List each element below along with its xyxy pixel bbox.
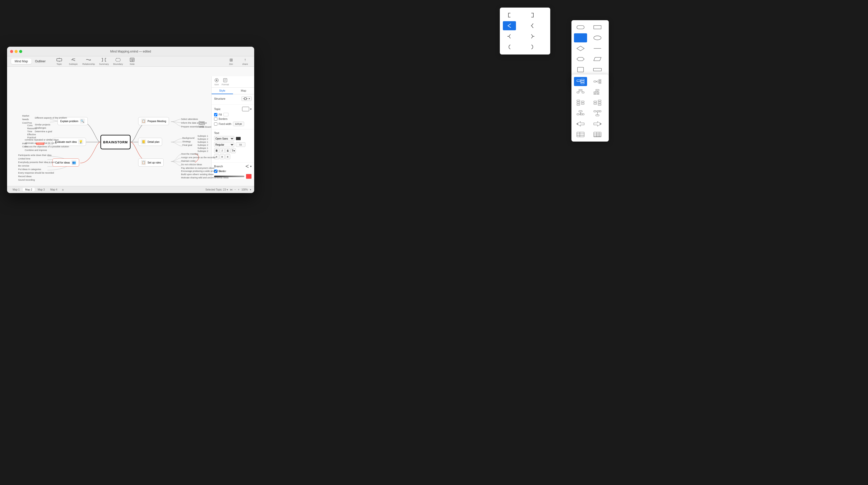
status-bar: Map 1 Map 2 Map 3 Map 4 + Selected Topic… <box>7 186 254 193</box>
zoom-level[interactable]: 100% <box>241 188 248 191</box>
arrows-left-shape[interactable] <box>574 119 587 129</box>
style-tab[interactable]: Style <box>212 88 233 94</box>
zen-label: Zen <box>229 63 233 65</box>
relationship-label: Relationship <box>83 63 95 65</box>
vbox2-shape[interactable] <box>591 88 604 97</box>
center-node[interactable]: BRAINSTORM <box>100 135 131 149</box>
structure-shape-grid <box>574 77 606 139</box>
canvas-area[interactable]: BRAINSTORM 📋 Prepare Meeting 📒 Detail pl… <box>7 67 254 186</box>
map4-tab[interactable]: Map 4 <box>48 188 60 192</box>
note-tool[interactable]: Note <box>127 57 137 65</box>
selected-topic-label: Selected Topic: 23 ▾ <box>205 188 228 191</box>
table2-shape[interactable] <box>591 130 604 139</box>
font-size-input[interactable] <box>236 142 245 147</box>
share-tool[interactable]: ↑ share <box>240 57 250 65</box>
italic-button[interactable]: I <box>220 148 225 153</box>
split1-shape[interactable] <box>574 98 587 107</box>
format-btns-row: B I S T▾ <box>214 148 252 153</box>
callideas-icon: 👥 <box>71 160 76 165</box>
curly-brace-shape[interactable] <box>526 21 539 30</box>
font-select[interactable]: Open Sans <box>214 136 234 141</box>
sub-soundrec: Sound recording <box>18 179 35 181</box>
subtopic-tool[interactable]: Subtopic <box>68 57 79 65</box>
topic-style-box[interactable] <box>242 107 249 111</box>
boundary-tool[interactable]: Boundary <box>113 57 123 65</box>
table1-shape[interactable] <box>574 130 587 139</box>
callideas-topic[interactable]: Call for ideas 👥 <box>53 159 79 167</box>
hbox-selected-shape[interactable] <box>574 77 587 86</box>
structure-select[interactable]: ▾ <box>241 96 252 101</box>
prepare-meeting-topic[interactable]: 📋 Prepare Meeting <box>138 117 169 125</box>
hbox-shape[interactable] <box>591 77 604 86</box>
t1-shape[interactable] <box>574 109 587 118</box>
hexagon-shape[interactable] <box>574 55 587 64</box>
line-shape[interactable] <box>591 44 604 53</box>
fixed-width-checkbox-label[interactable]: Fixed width <box>214 122 231 126</box>
relationship-tool[interactable]: Relationship <box>83 57 95 65</box>
structure-shape-panel <box>571 75 609 142</box>
borders-checkbox-label[interactable]: Borders <box>214 117 227 121</box>
ellipse-outline-shape[interactable] <box>591 33 604 42</box>
diamond-shape[interactable] <box>574 44 587 53</box>
setup-rules-topic[interactable]: 📋 Set up rules <box>138 159 164 167</box>
prepare-meeting-icon: 📋 <box>141 119 146 124</box>
ellipse-filled-shape[interactable] <box>574 33 587 42</box>
map-tab[interactable]: Map <box>233 88 254 94</box>
map1-tab[interactable]: Map 1 <box>10 188 22 192</box>
zen-tool[interactable]: ⊞ Zen <box>226 57 236 65</box>
strikethrough-button[interactable]: S <box>225 148 230 153</box>
fill-checkbox[interactable] <box>214 113 217 116</box>
zoom-out[interactable]: − <box>235 188 236 191</box>
minimize-button[interactable] <box>14 50 18 53</box>
t2-shape[interactable] <box>591 109 604 118</box>
fixed-width-checkbox[interactable] <box>214 122 217 126</box>
mindmap-tab[interactable]: Mind Map <box>11 59 32 64</box>
tick-right-shape[interactable] <box>526 32 539 41</box>
rounded-rect-shape[interactable] <box>574 23 587 32</box>
sub-motivate: Motivate sharing wild and unconventional… <box>181 176 229 179</box>
outliner-tab[interactable]: Outliner <box>32 59 49 64</box>
text-color-swatch[interactable] <box>236 137 241 140</box>
fill-checkbox-label[interactable]: Fill <box>214 113 222 116</box>
format-tab[interactable]: Format <box>222 78 229 86</box>
zoom-in[interactable]: + <box>238 188 240 191</box>
svg-rect-80 <box>597 111 599 112</box>
align-center-button[interactable]: ≡ <box>220 154 225 159</box>
parallelogram-shape[interactable] <box>591 55 604 64</box>
zen-icon: ⊞ <box>228 57 234 62</box>
tall-rect-shape[interactable] <box>574 65 587 74</box>
wide-rect-shape[interactable] <box>591 65 604 74</box>
align-right-button[interactable]: ≡ <box>225 154 230 159</box>
summary-tool[interactable]: Summary <box>99 57 109 65</box>
branch-color-swatch[interactable] <box>246 174 252 179</box>
vbox1-shape[interactable] <box>574 88 587 97</box>
map3-tab[interactable]: Map 3 <box>35 188 48 192</box>
chevron-left-shape[interactable] <box>503 21 516 30</box>
relationship-icon <box>86 57 92 62</box>
detail-plan-topic[interactable]: 📒 Detail plan <box>138 138 162 146</box>
curve-left-shape[interactable] <box>503 42 516 52</box>
fixed-width-input[interactable]: 123 px <box>233 122 244 126</box>
text-options-button[interactable]: T▾ <box>231 148 236 153</box>
sub-everybody: Everybody presents their idea in turn <box>18 161 55 164</box>
map2-tab[interactable]: Map 2 <box>23 188 35 192</box>
bracket-top-right-shape[interactable] <box>526 10 539 20</box>
sharp-rect-shape[interactable] <box>591 23 604 32</box>
close-button[interactable] <box>10 50 13 53</box>
split2-shape[interactable] <box>591 98 604 107</box>
topic-tool[interactable]: Topic <box>54 57 64 65</box>
borders-checkbox[interactable] <box>214 117 217 121</box>
add-map-button[interactable]: + <box>60 188 65 192</box>
curve-right-shape[interactable] <box>526 42 539 52</box>
sub-effective: Effective <box>27 133 36 136</box>
svg-rect-28 <box>578 67 584 72</box>
fill-color-swatch[interactable] <box>223 113 228 116</box>
arrows-right-shape[interactable] <box>591 119 604 129</box>
bold-button[interactable]: B <box>214 148 219 153</box>
style-select[interactable]: Regular <box>214 142 234 147</box>
maximize-button[interactable] <box>19 50 22 53</box>
svg-rect-64 <box>577 104 580 105</box>
bracket-top-left-shape[interactable] <box>503 10 516 20</box>
icon-tab[interactable]: Icon <box>214 78 219 86</box>
tick-left-shape[interactable] <box>503 32 516 41</box>
